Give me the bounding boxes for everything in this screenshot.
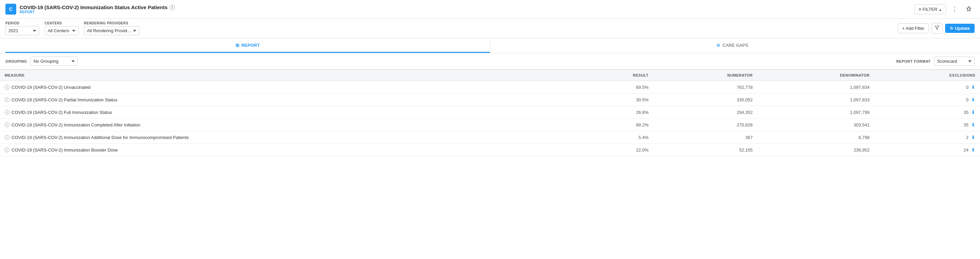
denominator-cell-0: 1,097,834 bbox=[757, 81, 874, 94]
app-container: C COVID-19 (SARS-COV-2) Immunization Sta… bbox=[0, 0, 980, 259]
measure-text-1: COVID-19 (SARS-COV-2) Partial Immunizati… bbox=[11, 97, 118, 102]
col-header-exclusions: EXCLUSIONS bbox=[874, 70, 980, 81]
exclusions-value-1: 0 bbox=[966, 97, 969, 102]
centers-select[interactable]: All Centers bbox=[45, 26, 78, 35]
exclusions-value-2: 35 bbox=[964, 110, 969, 115]
result-cell-2: 26.8% bbox=[578, 106, 654, 119]
numerator-cell-5: 52,105 bbox=[653, 144, 757, 156]
tabs-container: ⊞ REPORT ⊕ CARE GAPS bbox=[0, 38, 980, 53]
exclusions-value-5: 24 bbox=[964, 147, 969, 153]
more-options-button[interactable]: ⋮ bbox=[949, 3, 960, 15]
chevron-up-icon bbox=[939, 7, 942, 12]
row-info-icon-3[interactable]: i bbox=[5, 122, 10, 127]
col-header-numerator: NUMERATOR bbox=[653, 70, 757, 81]
header-left: C COVID-19 (SARS-COV-2) Immunization Sta… bbox=[5, 4, 175, 14]
providers-filter-group: RENDERING PROVIDERS All Rendering Provid… bbox=[84, 21, 139, 35]
providers-select[interactable]: All Rendering Provid... bbox=[84, 26, 139, 35]
filters-row: PERIOD 2021 CENTERS All Centers RENDERIN… bbox=[0, 19, 980, 38]
funnel-button[interactable] bbox=[932, 23, 942, 34]
grouping-label: GROUPING bbox=[5, 59, 27, 63]
add-filter-button[interactable]: + Add Filter bbox=[898, 23, 929, 33]
exclusions-cell-1: 0 ⬇ bbox=[874, 94, 980, 106]
exclusions-cell-0: 0 ⬇ bbox=[874, 81, 980, 94]
header-title-block: COVID-19 (SARS-COV-2) Immunization Statu… bbox=[20, 5, 175, 14]
row-info-icon-4[interactable]: i bbox=[5, 135, 10, 140]
denominator-cell-4: 6,798 bbox=[757, 131, 874, 144]
table-header-row: MEASURE RESULT NUMERATOR DENOMINATOR EXC… bbox=[0, 70, 980, 81]
report-format-select[interactable]: Scorecard bbox=[934, 57, 975, 66]
measure-text-2: COVID-19 (SARS-COV-2) Full Immunization … bbox=[11, 110, 112, 115]
period-select[interactable]: 2021 bbox=[5, 26, 39, 35]
result-cell-3: 89.2% bbox=[578, 119, 654, 131]
measure-cell-3: i COVID-19 (SARS-COV-2) Immunization Com… bbox=[0, 119, 578, 131]
filter-icon: ≡ bbox=[919, 7, 921, 12]
row-info-icon-5[interactable]: i bbox=[5, 147, 10, 152]
measure-cell-1: i COVID-19 (SARS-COV-2) Partial Immuniza… bbox=[0, 94, 578, 106]
col-header-denominator: DENOMINATOR bbox=[757, 70, 874, 81]
page-title: COVID-19 (SARS-COV-2) Immunization Statu… bbox=[20, 5, 175, 10]
measure-text-0: COVID-19 (SARS-COV-2) Unvaccinated bbox=[11, 85, 90, 90]
numerator-cell-4: 367 bbox=[653, 131, 757, 144]
exclusions-cell-3: 35 ⬇ bbox=[874, 119, 980, 131]
exclusions-value-0: 0 bbox=[966, 85, 969, 90]
controls-left: GROUPING No Grouping bbox=[5, 57, 78, 66]
controls-row: GROUPING No Grouping REPORT FORMAT Score… bbox=[0, 53, 980, 69]
row-info-icon-0[interactable]: i bbox=[5, 85, 10, 90]
period-label: PERIOD bbox=[5, 21, 39, 25]
measure-cell-4: i COVID-19 (SARS-COV-2) Immunization Add… bbox=[0, 131, 578, 144]
filters-right: + Add Filter ↻ Update bbox=[898, 23, 975, 34]
measure-cell-5: i COVID-19 (SARS-COV-2) Immunization Boo… bbox=[0, 144, 578, 156]
measure-text-5: COVID-19 (SARS-COV-2) Immunization Boost… bbox=[11, 147, 118, 153]
result-cell-4: 5.4% bbox=[578, 131, 654, 144]
download-icon-3[interactable]: ⬇ bbox=[971, 122, 975, 128]
denominator-cell-2: 1,097,799 bbox=[757, 106, 874, 119]
result-cell-0: 69.5% bbox=[578, 81, 654, 94]
numerator-cell-0: 762,778 bbox=[653, 81, 757, 94]
grouping-select[interactable]: No Grouping bbox=[30, 57, 78, 66]
denominator-cell-1: 1,097,833 bbox=[757, 94, 874, 106]
measure-text-4: COVID-19 (SARS-COV-2) Immunization Addit… bbox=[11, 135, 189, 140]
exclusions-cell-5: 24 ⬇ bbox=[874, 144, 980, 156]
controls-right: REPORT FORMAT Scorecard bbox=[896, 57, 975, 66]
denominator-cell-3: 303,541 bbox=[757, 119, 874, 131]
centers-filter-group: CENTERS All Centers bbox=[45, 21, 78, 35]
update-button[interactable]: ↻ Update bbox=[945, 24, 975, 33]
pin-button[interactable] bbox=[963, 4, 975, 15]
numerator-cell-1: 335,052 bbox=[653, 94, 757, 106]
result-cell-1: 30.5% bbox=[578, 94, 654, 106]
header-right: ≡ FILTER ⋮ bbox=[914, 3, 975, 15]
centers-label: CENTERS bbox=[45, 21, 78, 25]
measure-text-3: COVID-19 (SARS-COV-2) Immunization Compl… bbox=[11, 122, 140, 128]
report-subtitle: REPORT bbox=[20, 10, 175, 14]
plus-icon: ⊕ bbox=[716, 42, 721, 48]
table-row: i COVID-19 (SARS-COV-2) Immunization Com… bbox=[0, 119, 980, 131]
col-header-result: RESULT bbox=[578, 70, 654, 81]
sync-icon: ↻ bbox=[950, 26, 953, 31]
table-row: i COVID-19 (SARS-COV-2) Immunization Boo… bbox=[0, 144, 980, 156]
download-icon-4[interactable]: ⬇ bbox=[971, 134, 975, 140]
header: C COVID-19 (SARS-COV-2) Immunization Sta… bbox=[0, 0, 980, 19]
exclusions-value-4: 2 bbox=[966, 135, 969, 140]
measure-cell-2: i COVID-19 (SARS-COV-2) Full Immunizatio… bbox=[0, 106, 578, 119]
tab-care-gaps[interactable]: ⊕ CARE GAPS bbox=[490, 38, 975, 53]
table-row: i COVID-19 (SARS-COV-2) Immunization Add… bbox=[0, 131, 980, 144]
tab-report[interactable]: ⊞ REPORT bbox=[5, 38, 490, 53]
download-icon-5[interactable]: ⬇ bbox=[971, 147, 975, 153]
download-icon-2[interactable]: ⬇ bbox=[971, 109, 975, 115]
denominator-cell-5: 236,952 bbox=[757, 144, 874, 156]
table-row: i COVID-19 (SARS-COV-2) Unvaccinated 69.… bbox=[0, 81, 980, 94]
title-info-icon[interactable]: i bbox=[170, 5, 175, 10]
svg-marker-0 bbox=[935, 26, 939, 30]
filter-button[interactable]: ≡ FILTER bbox=[914, 5, 946, 14]
row-info-icon-1[interactable]: i bbox=[5, 97, 10, 102]
exclusions-value-3: 35 bbox=[964, 122, 969, 128]
filters-left: PERIOD 2021 CENTERS All Centers RENDERIN… bbox=[5, 21, 139, 35]
funnel-icon bbox=[935, 26, 939, 30]
download-icon-0[interactable]: ⬇ bbox=[971, 85, 975, 90]
app-icon: C bbox=[5, 4, 16, 14]
grid-icon: ⊞ bbox=[235, 43, 239, 48]
numerator-cell-2: 294,352 bbox=[653, 106, 757, 119]
row-info-icon-2[interactable]: i bbox=[5, 110, 10, 115]
table-row: i COVID-19 (SARS-COV-2) Full Immunizatio… bbox=[0, 106, 980, 119]
download-icon-1[interactable]: ⬇ bbox=[971, 97, 975, 102]
